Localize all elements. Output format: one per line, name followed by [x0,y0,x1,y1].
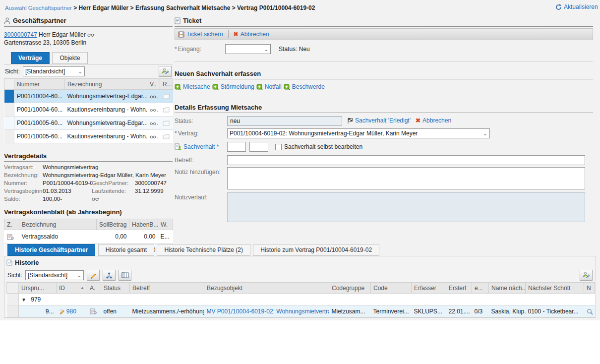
col-w[interactable]: W. [158,219,173,230]
col-naechster-schritt[interactable]: Nächster Schritt [526,283,584,294]
tab-historie-technische-plaetze[interactable]: Historie Technische Plätze (2) [157,244,250,256]
col-bezugsobjekt[interactable]: Bezugsobjekt [204,283,329,294]
col-e[interactable]: e... [472,283,489,294]
col-kb-bezeichnung[interactable]: Bezeichnung [19,219,97,230]
cell-z[interactable] [4,230,19,243]
sachverhalt-label-wrap[interactable]: Sachverhalt * [175,143,227,150]
tab-historie-geschaeftspartner[interactable]: Historie Geschäftspartner [7,244,95,256]
refresh-control[interactable]: Aktualisieren [555,3,598,10]
glasses-icon[interactable] [150,108,157,112]
tab-historie-vertrag[interactable]: Historie zum Vertrag P001/10004-6019-02 [253,244,379,256]
cell-urspru[interactable]: 9... [19,305,57,317]
create-notfall-link[interactable]: Notfall [265,83,282,90]
erfassung-cancel-label[interactable]: Abbrechen [422,117,451,124]
col-r[interactable]: R... [160,79,173,90]
erledigt-button[interactable]: Sachverhalt 'Erledigt' [347,117,411,124]
col-codegruppe[interactable]: Codegruppe [329,283,371,294]
col-n[interactable]: N [584,283,595,294]
cell-ersterf[interactable]: 22.01.... [446,305,472,317]
row-selector[interactable] [7,294,19,305]
sachverhalt-code-field-2[interactable] [249,142,268,152]
col-haben[interactable]: HabenB... [129,219,158,230]
save-ticket-label[interactable]: Ticket sichern [186,31,223,38]
cancel-ticket-button[interactable]: ✖ Abbrechen [234,31,269,38]
cancel-ticket-label[interactable]: Abbrechen [240,31,269,38]
col-bezeichnung[interactable]: Bezeichnung [65,79,147,90]
erledigt-label[interactable]: Sachverhalt 'Erledigt' [355,117,411,124]
table-row[interactable]: P001/10004-60... Wohnungsmietvertrag-Edg… [4,90,173,103]
col-betreff[interactable]: Betreff [130,283,204,294]
breadcrumb-link-auswahl[interactable]: Auswahl Geschäftspartner [5,5,72,11]
group-cell[interactable]: ▼ 979 [19,294,595,305]
glasses-icon[interactable] [150,121,157,125]
col-nummer[interactable]: Nummer [14,79,65,90]
vertrag-select[interactable]: P001/10004-6019-02: Wohnungsmietvertrag-… [227,128,490,138]
folder-icon[interactable] [163,94,170,99]
cell-view[interactable]: . [147,130,160,143]
cell-folder[interactable] [160,130,173,143]
cell-bezeichnung[interactable]: Wohnungsmietvertrag-Edgar... [65,117,147,130]
personalize-button[interactable] [159,66,172,77]
edit-pencil-icon[interactable] [59,308,65,314]
cell-name-naechster[interactable]: Saskia, Klup... [489,305,526,317]
magnifier-icon[interactable] [587,308,593,315]
col-erfasser[interactable]: Erfasser [412,283,446,294]
save-ticket-button[interactable]: Ticket sichern [178,31,223,38]
history-group-row[interactable]: ▼ 979 [7,294,595,305]
edit-button[interactable] [87,270,100,281]
row-selector[interactable] [4,130,14,143]
cell-erfasser[interactable]: SKLUPS... [412,305,446,317]
cell-codegruppe[interactable]: Mietzusam... [329,305,371,317]
cell-e[interactable]: 0/3 [472,305,489,317]
cell-view[interactable]: . [147,117,160,130]
cell-nummer[interactable]: P001/10004-60... [14,90,65,103]
table-row[interactable]: 9... 980 offen Mietzusammens./-erhöhung:… [7,305,595,317]
cell-w[interactable]: E... [158,230,173,243]
cell-naechster-schritt[interactable]: 0100 - Ticketbear... [526,305,584,317]
sachverhalt-code-field-1[interactable] [227,142,246,152]
cell-nummer[interactable]: P001/10004-60... [14,103,65,117]
row-selector[interactable] [4,117,14,130]
cell-folder[interactable] [160,90,173,103]
col-v[interactable]: V.. [147,79,160,90]
glasses-icon[interactable] [150,135,157,139]
row-selector[interactable] [4,103,14,117]
sort-ascending-icon[interactable]: ▲ [80,286,84,290]
col-id-label[interactable]: ID [59,285,65,292]
cell-folder[interactable] [160,117,173,130]
cell-haben[interactable]: 0,00 [129,230,158,243]
cell-nummer[interactable]: P001/10005-60... [14,130,65,143]
notiz-textarea[interactable] [227,167,585,189]
col-urspru[interactable]: Urspru... [19,283,57,294]
row-selector[interactable] [4,90,14,103]
erfassung-cancel-button[interactable]: ✖ Abbrechen [416,117,451,124]
sachverhalt-label[interactable]: Sachverhalt * [183,143,219,150]
cell-bezugsobjekt[interactable]: MV P001/10004-6019-02: Wohnungsmietvertr… [204,305,329,317]
bezugsobjekt-link[interactable]: MV P001/10004-6019-02: Wohnungsmietvertr… [207,308,329,315]
history-id-link[interactable]: 980 [66,308,76,315]
cell-id[interactable]: 980 [57,305,87,317]
cell-bezeichnung[interactable]: Kautionsvereinbarung - Wohn... [65,130,147,143]
tab-historie-gesamt[interactable]: Historie gesamt [98,244,154,256]
glasses-icon[interactable] [150,95,157,99]
table-row[interactable]: P001/10005-60... Wohnungsmietvertrag-Edg… [4,117,173,130]
create-stoermeldung-link[interactable]: Störmeldung [221,83,254,90]
cell-status[interactable]: offen [101,305,130,317]
cell-folder[interactable] [160,103,173,117]
table-row[interactable]: Vertragssaldo 0,00 0,00 E... [4,230,173,243]
cell-code[interactable]: Terminverei... [371,305,412,317]
create-beschwerde-link[interactable]: Beschwerde [292,83,325,90]
selbst-bearbeiten-checkbox[interactable] [275,144,282,150]
folder-icon[interactable] [163,107,170,113]
cell-soll[interactable]: 0,00 [97,230,129,243]
hierarchy-button[interactable] [103,270,116,281]
table-row[interactable]: P001/10005-60... Kautionsvereinbarung - … [4,130,173,143]
cell-bezeichnung[interactable]: Wohnungsmietvertrag-Edgar... [65,90,147,103]
cell-view[interactable]: . [147,103,160,117]
partner-number-link[interactable]: 3000000747 [4,31,37,38]
glasses-icon[interactable] [92,197,99,201]
folder-icon[interactable] [163,121,170,126]
columns-button[interactable] [119,270,131,281]
cell-view[interactable]: . [147,90,160,103]
col-z[interactable]: Z. [4,219,19,230]
